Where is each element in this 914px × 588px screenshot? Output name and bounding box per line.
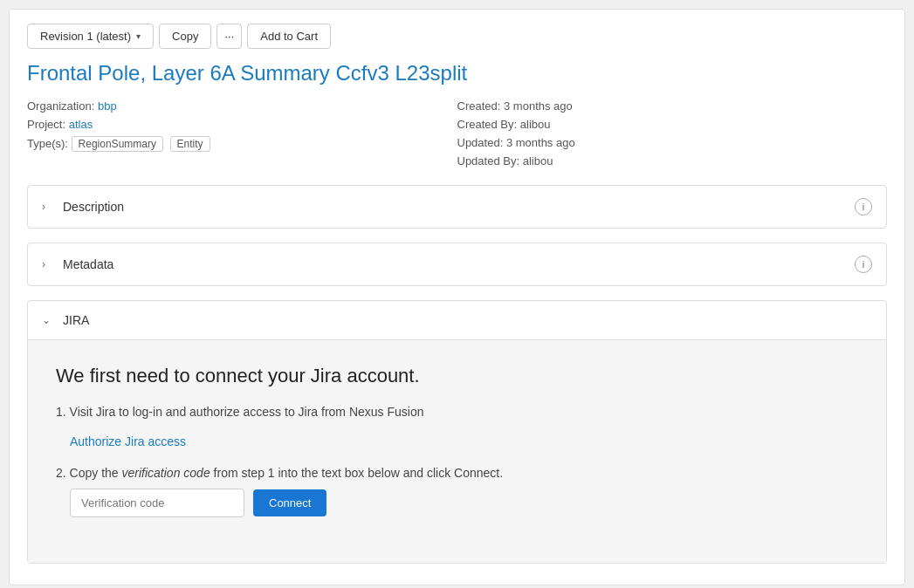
description-title: Description — [63, 200, 124, 214]
metadata-section-title: Metadata — [63, 257, 113, 271]
jira-header[interactable]: ⌄ JIRA — [28, 301, 886, 339]
jira-title: JIRA — [63, 313, 89, 327]
step2-prefix: Copy the — [70, 466, 122, 480]
copy-button[interactable]: Copy — [159, 24, 211, 49]
created-value: 3 months ago — [504, 99, 573, 113]
updated-label: Updated: — [457, 136, 504, 149]
page-title: Frontal Pole, Layer 6A Summary Ccfv3 L23… — [27, 61, 887, 85]
organization-label: Organization: — [27, 99, 94, 113]
types-row: Type(s): RegionSummary Entity — [27, 136, 457, 152]
updated-by-label: Updated By: — [457, 154, 520, 168]
description-info-icon[interactable]: i — [855, 198, 872, 215]
page-container: Revision 1 (latest) ▾ Copy ··· Add to Ca… — [0, 0, 914, 588]
metadata-info-icon[interactable]: i — [855, 256, 872, 273]
step2-italic: verification code — [122, 466, 210, 480]
copy-label: Copy — [172, 30, 198, 43]
chevron-down-icon: ▾ — [136, 31, 141, 41]
verification-code-input[interactable] — [70, 489, 244, 517]
metadata-section: › Metadata i — [27, 243, 887, 286]
project-link[interactable]: atlas — [69, 118, 93, 131]
created-row: Created: 3 months ago — [457, 99, 888, 113]
metadata-header-left: › Metadata — [42, 257, 113, 271]
step2-number: 2. — [56, 466, 66, 480]
jira-step2-text: 2. Copy the verification code from step … — [56, 466, 858, 480]
main-card: Revision 1 (latest) ▾ Copy ··· Add to Ca… — [9, 9, 905, 585]
step2-suffix: from step 1 into the text box below and … — [210, 466, 503, 480]
updated-row: Updated: 3 months ago — [457, 136, 888, 149]
more-icon: ··· — [224, 30, 234, 43]
add-to-cart-label: Add to Cart — [260, 30, 318, 43]
jira-step-2: 2. Copy the verification code from step … — [56, 466, 858, 517]
revision-label: Revision 1 (latest) — [40, 30, 131, 43]
meta-right: Created: 3 months ago Created By: alibou… — [457, 99, 888, 168]
info-symbol: i — [862, 202, 864, 212]
organization-link[interactable]: bbp — [98, 99, 117, 113]
toolbar: Revision 1 (latest) ▾ Copy ··· Add to Ca… — [27, 24, 887, 49]
updated-value: 3 months ago — [506, 136, 575, 149]
description-section: › Description i — [27, 185, 887, 229]
description-chevron-icon: › — [42, 201, 54, 213]
metadata-chevron-icon: › — [42, 258, 54, 270]
created-by-value: alibou — [520, 118, 551, 131]
jira-chevron-icon: ⌄ — [42, 314, 54, 326]
metadata-info-symbol: i — [862, 259, 864, 270]
updated-by-row: Updated By: alibou — [457, 154, 888, 168]
step1-description: Visit Jira to log-in and authorize acces… — [70, 405, 424, 419]
add-to-cart-button[interactable]: Add to Cart — [247, 24, 331, 49]
meta-left: Organization: bbp Project: atlas Type(s)… — [27, 99, 457, 168]
jira-connect-title: We first need to connect your Jira accou… — [56, 365, 858, 387]
description-header-left: › Description — [42, 200, 124, 214]
more-options-button[interactable]: ··· — [216, 24, 242, 49]
authorize-jira-link[interactable]: Authorize Jira access — [70, 434, 186, 448]
connect-button[interactable]: Connect — [253, 489, 326, 516]
verification-row: Connect — [70, 489, 858, 517]
project-row: Project: atlas — [27, 118, 457, 131]
created-by-label: Created By: — [457, 118, 518, 131]
project-label: Project: — [27, 118, 65, 131]
jira-section: ⌄ JIRA We first need to connect your Jir… — [27, 300, 887, 564]
types-label: Type(s): — [27, 137, 68, 150]
connect-label: Connect — [269, 496, 311, 509]
type-badge-entity: Entity — [170, 136, 210, 152]
created-by-row: Created By: alibou — [457, 118, 888, 131]
revision-button[interactable]: Revision 1 (latest) ▾ — [27, 24, 154, 49]
created-label: Created: — [457, 99, 501, 113]
sections-container: › Description i › Metadata i — [27, 185, 887, 571]
organization-row: Organization: bbp — [27, 99, 457, 113]
type-badge-region: RegionSummary — [72, 136, 163, 152]
jira-step-1: 1. Visit Jira to log-in and authorize ac… — [56, 405, 858, 448]
metadata-grid: Organization: bbp Project: atlas Type(s)… — [27, 99, 887, 168]
step1-number: 1. — [56, 405, 66, 419]
jira-step1-text: 1. Visit Jira to log-in and authorize ac… — [56, 405, 858, 419]
updated-by-value: alibou — [523, 154, 553, 168]
jira-body: We first need to connect your Jira accou… — [28, 339, 886, 563]
metadata-header[interactable]: › Metadata i — [28, 243, 886, 285]
description-header[interactable]: › Description i — [28, 186, 886, 228]
